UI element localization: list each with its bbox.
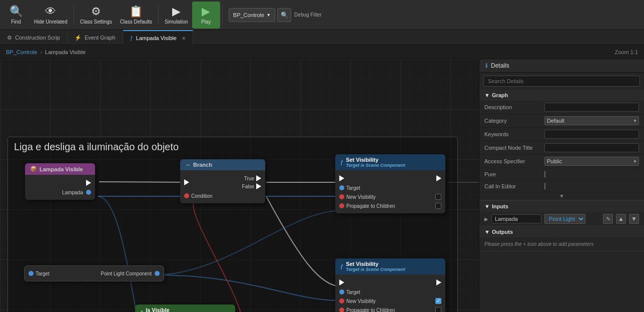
point-light-target-pin[interactable] bbox=[29, 271, 34, 276]
set-vis-top-prop-check[interactable] bbox=[435, 203, 441, 209]
class-defaults-icon: 📋 bbox=[129, 5, 143, 18]
tabs-row: ⚙ Construction Scrip ⚡ Event Graph ƒ Lam… bbox=[0, 30, 644, 45]
category-select[interactable]: Default bbox=[544, 116, 639, 125]
category-row: Category Default bbox=[479, 114, 644, 128]
simulation-button[interactable]: ▶ Simulation bbox=[161, 2, 192, 29]
set-vis-bot-target-pin[interactable] bbox=[339, 289, 344, 294]
branch-icon: ↔ bbox=[185, 162, 191, 168]
details-search-input[interactable] bbox=[483, 76, 640, 87]
call-in-editor-checkbox[interactable] bbox=[544, 183, 545, 190]
debug-search-button[interactable]: 🔍 bbox=[277, 8, 291, 22]
point-light-component-label: Point Light Component bbox=[101, 271, 152, 276]
node-branch[interactable]: ↔ Branch True False bbox=[180, 159, 265, 203]
set-vis-top-target-label: Target bbox=[346, 185, 360, 191]
branch-condition-pin[interactable] bbox=[184, 193, 189, 198]
tab-lampada-visible[interactable]: ƒ Lampada Visible ✕ bbox=[123, 30, 193, 45]
branch-false-pin[interactable] bbox=[256, 183, 261, 189]
set-vis-bot-target-label: Target bbox=[346, 289, 360, 295]
param-name-input[interactable] bbox=[491, 214, 541, 223]
bp-selector-label: BP_Controle bbox=[233, 12, 264, 18]
keywords-row: Keywords bbox=[479, 128, 644, 141]
input-param-lampada: ▶ Point Light ✎ ▲ ▼ bbox=[479, 212, 644, 226]
details-panel: ℹ Details ▼ Graph Description Category bbox=[479, 59, 644, 312]
access-specifier-select[interactable]: Public bbox=[544, 157, 639, 166]
details-title: Details bbox=[491, 62, 509, 69]
set-vis-bot-exec-out[interactable] bbox=[436, 279, 441, 285]
point-light-out-pin[interactable] bbox=[155, 271, 160, 276]
set-vis-top-newvis-pin[interactable] bbox=[339, 194, 344, 199]
play-button[interactable]: ▶ Play bbox=[192, 2, 220, 29]
lampada-output-label: Lampada bbox=[62, 190, 83, 195]
close-tab-icon[interactable]: ✕ bbox=[182, 36, 186, 41]
param-type-select[interactable]: Point Light bbox=[544, 214, 585, 224]
node-set-visibility-top[interactable]: ƒ Set Visibility Target is Scene Compone… bbox=[335, 154, 445, 213]
set-vis-bot-newvis-pin[interactable] bbox=[339, 298, 344, 303]
node-set-visibility-bottom[interactable]: ƒ Set Visibility Target is Scene Compone… bbox=[335, 258, 445, 312]
class-defaults-label: Class Defaults bbox=[120, 19, 152, 25]
set-vis-bot-newvis-check[interactable] bbox=[435, 298, 441, 304]
set-vis-bot-prop-pin[interactable] bbox=[339, 307, 344, 312]
branch-exec-in[interactable] bbox=[184, 179, 189, 185]
branch-true-pin[interactable] bbox=[256, 175, 261, 181]
tab-construction-label: Construction Scrip bbox=[15, 35, 60, 41]
set-vis-top-exec-in[interactable] bbox=[339, 175, 344, 181]
set-vis-bot-exec-in[interactable] bbox=[339, 279, 344, 285]
tab-event-graph[interactable]: ⚡ Event Graph bbox=[68, 30, 123, 45]
toolbar: 🔍 Find 👁 Hide Unrelated ⚙ Class Settings… bbox=[0, 0, 644, 30]
blueprint-canvas[interactable]: Liga e desliga a iluminação do objeto 📦 … bbox=[0, 59, 479, 312]
lampada-visible-title: Lampada Visible bbox=[40, 166, 83, 172]
expand-param-icon[interactable]: ▶ bbox=[484, 216, 488, 222]
hide-unrelated-button[interactable]: 👁 Hide Unrelated bbox=[30, 2, 72, 29]
pure-checkbox[interactable] bbox=[544, 171, 545, 178]
event-graph-icon: ⚡ bbox=[75, 35, 82, 41]
set-vis-top-target-pin[interactable] bbox=[339, 185, 344, 190]
compact-node-label: Compact Node Title bbox=[484, 145, 544, 151]
class-settings-label: Class Settings bbox=[80, 19, 112, 25]
lampada-visible-exec-out[interactable] bbox=[86, 180, 91, 186]
outputs-hint: Please press the + icon above to add par… bbox=[479, 237, 644, 251]
keywords-label: Keywords bbox=[484, 131, 544, 137]
param-down-btn[interactable]: ▼ bbox=[629, 214, 639, 224]
breadcrumb-root[interactable]: BP_Controle bbox=[6, 49, 37, 55]
tab-construction[interactable]: ⚙ Construction Scrip bbox=[0, 30, 68, 45]
category-label: Category bbox=[484, 118, 544, 124]
collapse-outputs-icon: ▼ bbox=[484, 229, 490, 235]
param-edit-btn[interactable]: ✎ bbox=[603, 214, 613, 224]
inputs-section-header[interactable]: ▼ Inputs bbox=[479, 201, 644, 212]
set-vis-bot-newvis-label: New Visibility bbox=[346, 298, 376, 304]
bp-selector[interactable]: BP_Controle ▼ bbox=[229, 8, 275, 22]
simulation-label: Simulation bbox=[165, 19, 188, 25]
find-label: Find bbox=[11, 19, 21, 25]
set-vis-top-exec-out[interactable] bbox=[436, 175, 441, 181]
breadcrumb: BP_Controle › Lampada Visible Zoom 1:1 bbox=[0, 45, 644, 59]
collapse-graph-icon: ▼ bbox=[484, 92, 490, 98]
set-vis-top-prop-pin[interactable] bbox=[339, 203, 344, 208]
breadcrumb-current: Lampada Visible bbox=[45, 49, 86, 55]
node-point-light[interactable]: Target Point Light Component bbox=[24, 265, 164, 281]
compact-node-input[interactable] bbox=[544, 143, 639, 152]
event-icon: 📦 bbox=[30, 166, 37, 172]
set-vis-top-subtitle: Target is Scene Component bbox=[346, 163, 405, 168]
find-button[interactable]: 🔍 Find bbox=[2, 2, 30, 29]
scroll-down-icon[interactable]: ▼ bbox=[559, 193, 564, 199]
zoom-badge: Zoom 1:1 bbox=[615, 49, 638, 55]
play-label: Play bbox=[201, 19, 211, 25]
param-up-btn[interactable]: ▲ bbox=[616, 214, 626, 224]
set-vis-top-title: Set Visibility bbox=[346, 157, 405, 163]
class-defaults-button[interactable]: 📋 Class Defaults bbox=[116, 2, 156, 29]
description-input[interactable] bbox=[544, 103, 639, 112]
lampada-output-pin[interactable] bbox=[86, 190, 91, 195]
hide-icon: 👁 bbox=[45, 5, 56, 18]
pure-row: Pure bbox=[479, 168, 644, 180]
keywords-input[interactable] bbox=[544, 130, 639, 139]
class-settings-button[interactable]: ⚙ Class Settings bbox=[76, 2, 116, 29]
set-vis-bot-prop-check[interactable] bbox=[435, 307, 441, 312]
lampada-icon: ƒ bbox=[130, 35, 133, 41]
outputs-section-header[interactable]: ▼ Outputs bbox=[479, 226, 644, 237]
node-is-visible[interactable]: ƒ Is Visible Target is Scene Component T… bbox=[135, 304, 235, 312]
graph-section-header[interactable]: ▼ Graph bbox=[479, 90, 644, 101]
call-in-editor-label: Call In Editor bbox=[484, 183, 544, 189]
app-root: 🔍 Find 👁 Hide Unrelated ⚙ Class Settings… bbox=[0, 0, 644, 312]
set-vis-top-newvis-check[interactable] bbox=[435, 194, 441, 200]
node-lampada-visible[interactable]: 📦 Lampada Visible Lampada bbox=[25, 163, 95, 200]
